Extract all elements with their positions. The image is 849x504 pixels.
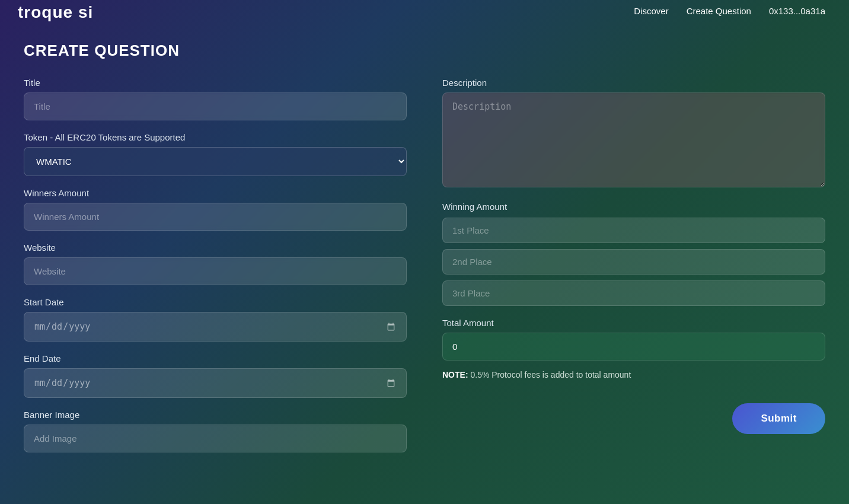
winning-amount-section: Winning Amount — [442, 202, 825, 306]
banner-image-field-group: Banner Image Add Image — [24, 410, 407, 452]
description-input[interactable] — [442, 92, 825, 187]
place-inputs — [442, 218, 825, 306]
start-date-label: Start Date — [24, 297, 407, 307]
nav-wallet: 0x133...0a31a — [769, 6, 825, 16]
form-grid: Title Token - All ERC20 Tokens are Suppo… — [24, 78, 825, 464]
start-date-field-group: Start Date — [24, 297, 407, 342]
banner-image-input[interactable]: Add Image — [24, 425, 407, 452]
winners-amount-field-group: Winners Amount — [24, 188, 407, 231]
note-text: NOTE: 0.5% Protocol fees is added to tot… — [442, 370, 825, 379]
logo[interactable]: troque si — [18, 3, 93, 22]
right-column: Description Winning Amount Total Amount … — [442, 78, 825, 464]
end-date-input[interactable] — [24, 368, 407, 398]
token-label: Token - All ERC20 Tokens are Supported — [24, 132, 407, 142]
description-label: Description — [442, 78, 825, 88]
submit-section: Submit — [442, 403, 825, 434]
winners-amount-input[interactable] — [24, 203, 407, 231]
left-column: Title Token - All ERC20 Tokens are Suppo… — [24, 78, 407, 464]
main-content: CREATE QUESTION Title Token - All ERC20 … — [0, 12, 849, 488]
winners-amount-label: Winners Amount — [24, 188, 407, 198]
description-field-group: Description — [442, 78, 825, 190]
token-select[interactable]: WMATIC USDC USDT ETH — [24, 147, 407, 176]
winning-amount-label: Winning Amount — [442, 202, 825, 212]
page-title: CREATE QUESTION — [24, 42, 825, 60]
navbar: Discover Create Question 0x133...0a31a — [0, 0, 849, 22]
note-content: 0.5% Protocol fees is added to total amo… — [468, 370, 631, 379]
website-field-group: Website — [24, 243, 407, 285]
start-date-input[interactable] — [24, 312, 407, 342]
second-place-input[interactable] — [442, 249, 825, 275]
nav-create-question[interactable]: Create Question — [687, 6, 751, 16]
note-prefix: NOTE: — [442, 370, 468, 379]
first-place-input[interactable] — [442, 218, 825, 243]
website-label: Website — [24, 243, 407, 253]
third-place-input[interactable] — [442, 280, 825, 306]
total-amount-value: 0 — [442, 333, 825, 361]
total-amount-label: Total Amount — [442, 318, 825, 328]
title-label: Title — [24, 78, 407, 88]
end-date-field-group: End Date — [24, 353, 407, 398]
submit-button[interactable]: Submit — [732, 403, 825, 434]
token-field-group: Token - All ERC20 Tokens are Supported W… — [24, 132, 407, 176]
website-input[interactable] — [24, 257, 407, 285]
end-date-label: End Date — [24, 353, 407, 363]
total-amount-section: Total Amount 0 — [442, 318, 825, 361]
nav-discover[interactable]: Discover — [634, 6, 668, 16]
title-input[interactable] — [24, 92, 407, 120]
title-field-group: Title — [24, 78, 407, 120]
banner-image-label: Banner Image — [24, 410, 407, 420]
